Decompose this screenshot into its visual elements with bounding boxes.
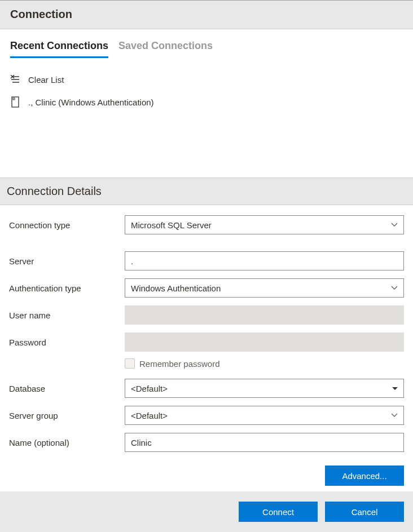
connection-type-value: Microsoft SQL Server — [131, 220, 212, 230]
auth-type-value: Windows Authentication — [131, 283, 221, 293]
tab-recent-connections[interactable]: Recent Connections — [10, 40, 108, 58]
server-icon — [10, 96, 21, 108]
recent-connection-item[interactable]: ., Clinic (Windows Authentication) — [10, 91, 403, 113]
auth-type-label: Authentication type — [9, 283, 125, 293]
connection-details-title: Connection Details — [7, 185, 406, 198]
server-group-value: <Default> — [131, 411, 168, 420]
password-input — [125, 333, 404, 352]
page-title: Connection — [10, 8, 403, 21]
caret-down-icon — [392, 387, 398, 390]
remember-password-label: Remember password — [139, 359, 220, 369]
connection-header: Connection — [0, 1, 413, 29]
database-value: <Default> — [131, 384, 168, 393]
connection-type-select[interactable]: Microsoft SQL Server — [125, 215, 404, 234]
clear-list-button[interactable]: Clear List — [10, 68, 403, 91]
name-optional-input[interactable] — [125, 433, 404, 452]
password-label: Password — [9, 338, 125, 347]
server-group-label: Server group — [9, 411, 125, 420]
username-input — [125, 305, 404, 325]
chevron-down-icon — [391, 411, 398, 419]
chevron-down-icon — [391, 221, 398, 229]
database-label: Database — [9, 384, 125, 393]
cancel-button[interactable]: Cancel — [325, 502, 404, 522]
remember-password-checkbox[interactable] — [125, 358, 135, 369]
tab-bar: Recent Connections Saved Connections — [0, 29, 413, 58]
connection-details-header: Connection Details — [0, 178, 413, 205]
chevron-down-icon — [391, 284, 398, 292]
svg-rect-6 — [13, 98, 15, 100]
recent-connection-label: ., Clinic (Windows Authentication) — [28, 97, 154, 107]
auth-type-select[interactable]: Windows Authentication — [125, 278, 404, 298]
database-select[interactable]: <Default> — [125, 379, 404, 398]
recent-connections-list: Clear List ., Clinic (Windows Authentica… — [0, 58, 413, 113]
connection-details-form: Connection type Microsoft SQL Server Ser… — [0, 205, 413, 491]
spacer — [0, 113, 413, 178]
username-label: User name — [9, 311, 125, 320]
advanced-button[interactable]: Advanced... — [325, 466, 404, 486]
server-input[interactable] — [125, 251, 404, 271]
connection-type-label: Connection type — [9, 220, 125, 230]
server-group-select[interactable]: <Default> — [125, 406, 404, 425]
server-label: Server — [9, 256, 125, 266]
footer-bar: Connect Cancel — [0, 491, 413, 532]
clear-list-label: Clear List — [28, 75, 64, 85]
connect-button[interactable]: Connect — [239, 502, 318, 522]
name-optional-label: Name (optional) — [9, 438, 125, 447]
tab-saved-connections[interactable]: Saved Connections — [118, 40, 213, 58]
clear-list-icon — [10, 74, 21, 85]
